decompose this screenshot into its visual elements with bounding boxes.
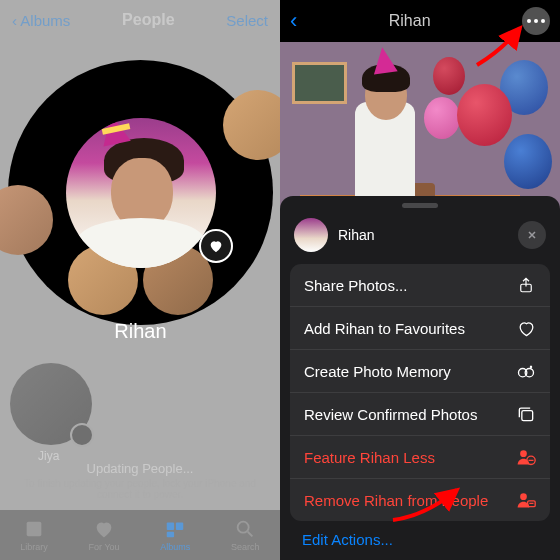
menu-label: Review Confirmed Photos — [304, 406, 477, 423]
share-icon — [516, 275, 536, 295]
svg-point-4 — [238, 522, 249, 533]
menu-label: Feature Rihan Less — [304, 449, 435, 466]
search-icon — [234, 518, 256, 540]
menu-feature-less[interactable]: Feature Rihan Less — [290, 436, 550, 479]
updating-subtitle: To finish updating your people, lock you… — [0, 478, 280, 500]
illustration — [457, 84, 512, 146]
tab-label: Search — [231, 542, 260, 552]
left-header: ‹ Albums People Select — [0, 0, 280, 40]
svg-rect-8 — [522, 411, 533, 421]
adjacent-avatar — [223, 90, 280, 160]
back-button[interactable]: ‹ — [290, 8, 297, 34]
action-sheet: Rihan Share Photos... Add Rihan to Favou… — [280, 196, 560, 560]
illustration — [424, 97, 460, 139]
right-screenshot: ‹ Rihan Rihan Share Photos... Add Rihan … — [280, 0, 560, 560]
sheet-person-name: Rihan — [338, 227, 508, 243]
menu-add-favourites[interactable]: Add Rihan to Favourites — [290, 307, 550, 350]
tab-label: Albums — [160, 542, 190, 552]
menu-label: Share Photos... — [304, 277, 407, 294]
favourite-badge[interactable] — [199, 229, 233, 263]
svg-rect-0 — [27, 522, 42, 537]
sheet-avatar — [294, 218, 328, 252]
tab-label: Library — [20, 542, 48, 552]
back-label: Albums — [20, 12, 70, 29]
updating-status: Updating People... To finish updating yo… — [0, 461, 280, 500]
tab-label: For You — [89, 542, 120, 552]
svg-rect-3 — [167, 532, 174, 538]
menu-label: Remove Rihan from People — [304, 492, 488, 509]
sheet-drag-handle[interactable] — [402, 203, 438, 208]
svg-point-9 — [520, 450, 527, 457]
close-icon — [526, 229, 538, 241]
menu-remove-people[interactable]: Remove Rihan from People — [290, 479, 550, 521]
heart-icon — [516, 318, 536, 338]
svg-rect-2 — [176, 523, 183, 530]
adjacent-avatar — [0, 185, 53, 255]
updating-title: Updating People... — [0, 461, 280, 476]
illustration — [370, 45, 397, 74]
heart-icon — [70, 423, 94, 447]
illustration — [433, 57, 465, 95]
sheet-header: Rihan — [280, 218, 560, 264]
foryou-icon — [93, 518, 115, 540]
illustration — [504, 134, 552, 189]
menu-review-photos[interactable]: Review Confirmed Photos — [290, 393, 550, 436]
context-menu-circle[interactable]: Rihan — [8, 60, 273, 325]
menu-share-photos[interactable]: Share Photos... — [290, 264, 550, 307]
tab-search[interactable]: Search — [231, 518, 260, 552]
menu-label: Create Photo Memory — [304, 363, 451, 380]
stack-icon — [516, 404, 536, 424]
person-avatar-rihan[interactable] — [66, 118, 216, 268]
svg-rect-1 — [167, 523, 174, 530]
back-albums-button[interactable]: ‹ Albums — [12, 12, 70, 29]
albums-icon — [164, 518, 186, 540]
person-remove-icon — [516, 490, 536, 510]
tab-foryou[interactable]: For You — [89, 518, 120, 552]
menu-create-memory[interactable]: Create Photo Memory — [290, 350, 550, 393]
illustration — [292, 62, 347, 104]
tab-bar: Library For You Albums Search — [0, 510, 280, 560]
right-header: ‹ Rihan — [280, 0, 560, 42]
more-button[interactable] — [522, 7, 550, 35]
menu-group: Share Photos... Add Rihan to Favourites … — [290, 264, 550, 521]
header-title: People — [122, 11, 174, 29]
menu-label: Add Rihan to Favourites — [304, 320, 465, 337]
left-screenshot: ‹ Albums People Select Jiya Updating Peo… — [0, 0, 280, 560]
context-person-name: Rihan — [8, 320, 273, 343]
edit-actions-button[interactable]: Edit Actions... — [280, 521, 560, 552]
library-icon — [23, 518, 45, 540]
tab-albums[interactable]: Albums — [160, 518, 190, 552]
select-button[interactable]: Select — [226, 12, 268, 29]
ellipsis-icon — [527, 19, 545, 23]
person-avatar-jiya[interactable] — [10, 363, 92, 445]
close-button[interactable] — [518, 221, 546, 249]
svg-point-11 — [520, 493, 527, 500]
person-minus-icon — [516, 447, 536, 467]
person-title: Rihan — [389, 12, 431, 30]
tab-library[interactable]: Library — [20, 518, 48, 552]
memory-icon — [516, 361, 536, 381]
heart-icon — [208, 238, 224, 254]
